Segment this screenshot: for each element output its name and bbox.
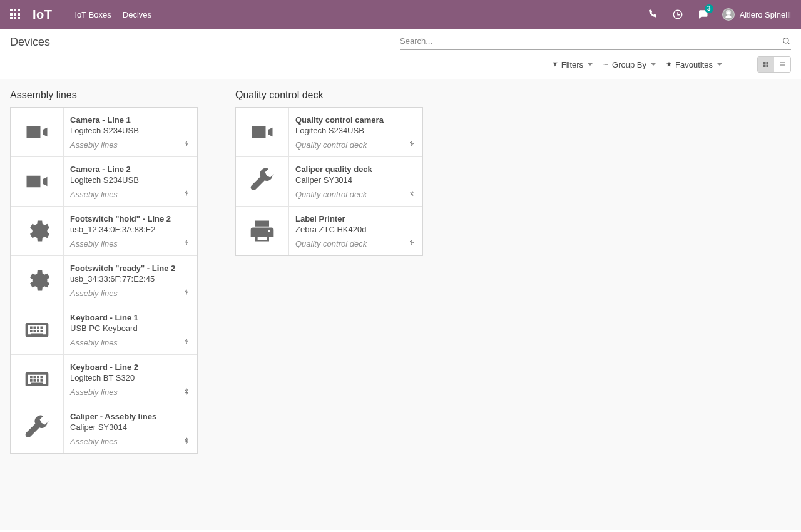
column-title: Assembly lines: [10, 90, 198, 101]
chevron-down-icon: [651, 63, 656, 66]
device-card[interactable]: Footswitch "hold" - Line 2usb_12:34:0F:3…: [11, 207, 197, 256]
card-location: Quality control deck: [295, 140, 367, 150]
usb-icon: [407, 239, 416, 248]
card-body: Keyboard - Line 2Logitech BT S320Assebly…: [64, 355, 197, 404]
search-input[interactable]: [400, 34, 782, 48]
card-title: Camera - Line 1: [70, 115, 191, 125]
filters-button[interactable]: Filters: [552, 60, 593, 69]
chevron-down-icon: [588, 63, 593, 66]
card-footer: Assebly lines: [70, 289, 191, 298]
usb-icon: [182, 190, 191, 198]
card-subtitle: Logitech S234USB: [70, 126, 191, 135]
user-name: Altiero Spinelli: [740, 10, 791, 19]
device-card[interactable]: Camera - Line 1Logitech S234USBAssebly l…: [11, 108, 197, 157]
bluetooth-icon: [182, 437, 191, 446]
device-card[interactable]: Keyboard - Line 2Logitech BT S320Assebly…: [11, 355, 197, 404]
list-icon: [603, 61, 609, 68]
card-subtitle: Logitech S234USB: [295, 126, 416, 135]
card-location: Quality control deck: [295, 190, 367, 199]
search-icon[interactable]: [782, 37, 791, 46]
card-subtitle: Zebra ZTC HK420d: [295, 225, 416, 234]
device-card[interactable]: Camera - Line 2Logitech S234USBAssebly l…: [11, 157, 197, 207]
apps-icon[interactable]: [10, 9, 21, 20]
card-body: Footswitch "hold" - Line 2usb_12:34:0F:3…: [64, 207, 197, 255]
card-body: Caliper quality deckCaliper SY3014Qualit…: [289, 157, 422, 206]
card-footer: Assebly lines: [70, 387, 191, 397]
filters-group: Filters Group By Favoutites: [552, 56, 791, 73]
card-location: Assebly lines: [70, 289, 118, 298]
card-body: Camera - Line 1Logitech S234USBAssebly l…: [64, 108, 197, 156]
favorites-label: Favoutites: [675, 60, 713, 69]
device-card[interactable]: Caliper quality deckCaliper SY3014Qualit…: [236, 157, 422, 207]
usb-icon: [407, 140, 416, 149]
view-switch: [757, 56, 791, 73]
column-title: Quality control deck: [235, 90, 423, 101]
device-card[interactable]: Keyboard - Line 1USB PC KeyboardAssebly …: [11, 305, 197, 355]
card-list: Camera - Line 1Logitech S234USBAssebly l…: [10, 107, 198, 454]
chevron-down-icon: [717, 63, 722, 66]
avatar: [722, 8, 735, 21]
card-title: Footswitch "hold" - Line 2: [70, 214, 191, 223]
card-footer: Quality control deck: [295, 239, 416, 248]
usb-icon: [182, 338, 191, 347]
control-panel: Devices Filters Group By Favoutites: [0, 29, 801, 79]
card-title: Caliper - Assebly lines: [70, 412, 191, 421]
kanban-column: Quality control deckQuality control came…: [235, 90, 423, 256]
camera-icon: [236, 108, 289, 156]
svg-point-0: [727, 11, 730, 14]
printer-icon: [236, 207, 289, 255]
favorites-button[interactable]: Favoutites: [666, 60, 722, 69]
device-card[interactable]: Footswitch "ready" - Line 2usb_34:33:6F:…: [11, 256, 197, 305]
search-bar: [400, 34, 791, 50]
device-card[interactable]: Label PrinterZebra ZTC HK420dQuality con…: [236, 207, 422, 255]
device-card[interactable]: Quality control cameraLogitech S234USBQu…: [236, 108, 422, 157]
card-title: Quality control camera: [295, 115, 416, 125]
card-footer: Assebly lines: [70, 140, 191, 150]
brand-title[interactable]: IoT: [33, 8, 53, 22]
clock-icon[interactable]: [672, 9, 683, 20]
kanban-icon: [762, 61, 770, 68]
funnel-icon: [552, 61, 558, 68]
nav-link-iot-boxes[interactable]: IoT Boxes: [75, 10, 111, 19]
page-title: Devices: [10, 36, 50, 49]
bluetooth-icon: [407, 190, 416, 198]
card-title: Footswitch "ready" - Line 2: [70, 263, 191, 273]
card-title: Caliper quality deck: [295, 165, 416, 174]
rows-icon: [778, 61, 786, 68]
keyboard-icon: [11, 355, 64, 404]
wrench-icon: [236, 157, 289, 206]
card-subtitle: usb_34:33:6F:77:E2:45: [70, 274, 191, 284]
card-title: Keyboard - Line 2: [70, 362, 191, 372]
card-footer: Quality control deck: [295, 190, 416, 199]
nav-link-devices[interactable]: Decives: [123, 10, 151, 19]
kanban-view-button[interactable]: [758, 57, 774, 72]
user-menu[interactable]: Altiero Spinelli: [722, 8, 791, 21]
gear-icon: [11, 256, 64, 305]
card-footer: Quality control deck: [295, 140, 416, 150]
bluetooth-icon: [182, 387, 191, 396]
navbar-left: IoT IoT Boxes Decives: [10, 8, 151, 22]
chat-icon[interactable]: 3: [697, 9, 708, 20]
card-subtitle: Caliper SY3014: [70, 422, 191, 432]
card-body: Quality control cameraLogitech S234USBQu…: [289, 108, 422, 156]
navbar: IoT IoT Boxes Decives 3 Altiero Spinelli: [0, 0, 801, 29]
gear-icon: [11, 207, 64, 255]
card-subtitle: Caliper SY3014: [295, 175, 416, 185]
card-subtitle: Logitech S234USB: [70, 175, 191, 185]
camera-icon: [11, 157, 64, 206]
list-view-button[interactable]: [774, 57, 790, 72]
keyboard-icon: [11, 305, 64, 354]
device-card[interactable]: Caliper - Assebly linesCaliper SY3014Ass…: [11, 404, 197, 453]
card-footer: Assebly lines: [70, 338, 191, 347]
card-list: Quality control cameraLogitech S234USBQu…: [235, 107, 423, 256]
phone-icon[interactable]: [647, 9, 658, 20]
star-icon: [666, 61, 672, 68]
card-location: Assebly lines: [70, 437, 118, 446]
wrench-icon: [11, 404, 64, 453]
card-body: Camera - Line 2Logitech S234USBAssebly l…: [64, 157, 197, 206]
card-subtitle: usb_12:34:0F:3A:88:E2: [70, 225, 191, 234]
chat-badge: 3: [705, 4, 713, 13]
navbar-right: 3 Altiero Spinelli: [647, 8, 791, 21]
usb-icon: [182, 140, 191, 149]
groupby-button[interactable]: Group By: [603, 60, 656, 69]
